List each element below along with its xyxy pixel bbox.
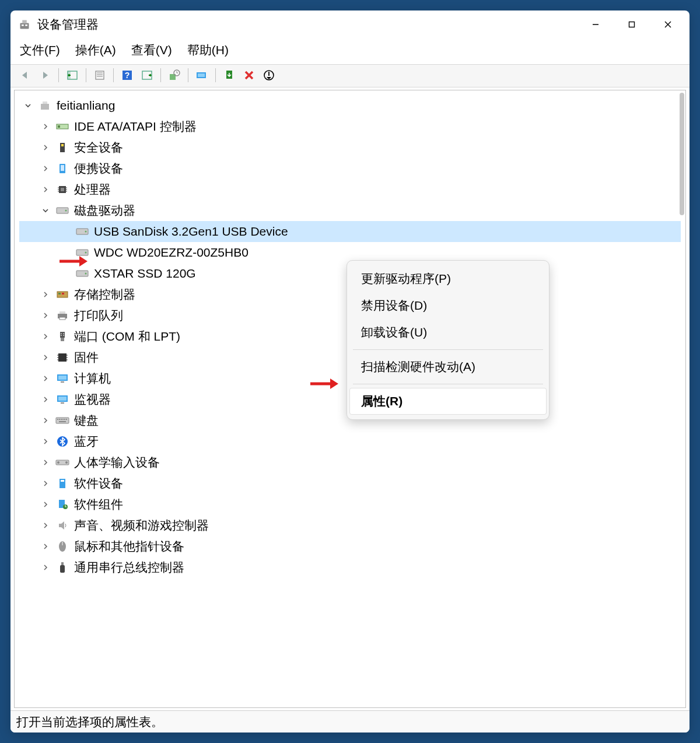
chevron-right-icon[interactable] [39, 498, 52, 511]
show-hide-console-button[interactable] [64, 67, 81, 83]
chevron-right-icon[interactable] [39, 414, 52, 427]
help-toolbar-button[interactable]: ? [118, 67, 136, 83]
tree-category-softcomp[interactable]: 软件组件 [19, 494, 681, 515]
context-menu-separator [353, 349, 543, 350]
tree-label: 打印队列 [74, 308, 123, 323]
device-manager-window: 设备管理器 文件(F) 操作(A) 查看(V) 帮助(H) [10, 10, 690, 733]
install-toolbar-button[interactable] [220, 67, 238, 83]
uninstall-toolbar-button[interactable] [240, 67, 258, 83]
security-icon [55, 141, 69, 154]
chevron-down-icon[interactable] [22, 99, 34, 112]
tree-category-mouse[interactable]: 鼠标和其他指针设备 [19, 536, 681, 557]
properties-toolbar-button[interactable] [91, 67, 108, 83]
enable-device-toolbar-button[interactable] [193, 67, 211, 83]
chevron-right-icon[interactable] [39, 540, 52, 553]
tree-label: 软件设备 [74, 476, 123, 490]
svg-point-56 [63, 333, 64, 334]
tree-label: 蓝牙 [74, 434, 99, 448]
keyboard-icon [55, 414, 69, 427]
software-device-icon [55, 477, 69, 490]
chevron-right-icon[interactable] [39, 477, 52, 490]
menu-action[interactable]: 操作(A) [75, 42, 116, 58]
scrollbar[interactable] [678, 93, 684, 705]
chevron-right-icon[interactable] [39, 309, 52, 322]
tree-category-portable[interactable]: 便携设备 [19, 158, 681, 179]
svg-rect-79 [59, 421, 66, 422]
tree-label: USB SanDisk 3.2Gen1 USB Device [94, 224, 288, 239]
tree-category-bluetooth[interactable]: 蓝牙 [19, 431, 681, 452]
svg-rect-32 [61, 188, 64, 191]
chevron-down-icon[interactable] [39, 204, 52, 217]
firmware-icon [55, 351, 69, 364]
back-button[interactable] [16, 67, 34, 83]
menu-file[interactable]: 文件(F) [20, 42, 60, 58]
tree-root[interactable]: feitianliang [19, 95, 681, 116]
chevron-right-icon[interactable] [39, 162, 52, 175]
scrollbar-thumb[interactable] [680, 93, 684, 215]
svg-rect-75 [61, 419, 62, 420]
tree-category-hid[interactable]: 人体学输入设备 [19, 452, 681, 473]
tree-label: 便携设备 [74, 161, 123, 176]
statusbar: 打开当前选择项的属性表。 [10, 710, 690, 733]
tree-category-sound[interactable]: 声音、视频和游戏控制器 [19, 515, 681, 536]
disable-toolbar-button[interactable] [260, 67, 278, 83]
tree-category-security[interactable]: 安全设备 [19, 137, 681, 158]
tree-item-usb-sandisk[interactable]: USB SanDisk 3.2Gen1 USB Device [19, 221, 681, 242]
tree-category-cpu[interactable]: 处理器 [19, 179, 681, 200]
monitor-icon [55, 372, 69, 385]
chevron-right-icon[interactable] [39, 561, 52, 574]
update-driver-toolbar-button[interactable] [166, 67, 183, 83]
app-icon [19, 19, 30, 30]
context-menu-update-driver[interactable]: 更新驱动程序(P) [347, 265, 549, 292]
svg-point-83 [65, 461, 68, 464]
disk-icon [75, 267, 89, 280]
scan-toolbar-icon[interactable] [138, 67, 156, 83]
menu-help[interactable]: 帮助(H) [187, 42, 229, 58]
context-menu-uninstall[interactable]: 卸载设备(U) [347, 319, 549, 346]
chevron-right-icon[interactable] [39, 141, 52, 154]
chevron-right-icon[interactable] [39, 120, 52, 133]
svg-point-58 [63, 335, 64, 336]
svg-point-82 [57, 461, 60, 464]
tree-category-ide[interactable]: IDE ATA/ATAPI 控制器 [19, 116, 681, 137]
svg-rect-73 [57, 419, 58, 420]
tree-category-softdev[interactable]: 软件设备 [19, 473, 681, 494]
svg-rect-71 [61, 402, 64, 404]
svg-rect-23 [41, 104, 49, 110]
menu-view[interactable]: 查看(V) [131, 42, 172, 58]
context-menu-properties[interactable]: 属性(R) [349, 388, 547, 415]
software-component-icon [55, 498, 69, 511]
chevron-right-icon[interactable] [39, 456, 52, 469]
chevron-right-icon[interactable] [39, 519, 52, 532]
tree-label: 键盘 [74, 413, 99, 427]
titlebar: 设备管理器 [10, 10, 690, 38]
tree-label: feitianliang [57, 98, 115, 113]
chevron-right-icon[interactable] [39, 288, 52, 301]
printer-icon [55, 309, 69, 322]
svg-rect-77 [64, 419, 65, 420]
context-menu-disable[interactable]: 禁用设备(D) [347, 292, 549, 319]
tree-label: 磁盘驱动器 [74, 203, 135, 218]
svg-rect-30 [61, 165, 64, 171]
tree-category-usb[interactable]: 通用串行总线控制器 [19, 557, 681, 578]
chevron-right-icon[interactable] [39, 435, 52, 448]
chevron-right-icon[interactable] [39, 183, 52, 196]
ide-icon [55, 120, 69, 133]
tree-label: 安全设备 [74, 140, 123, 155]
menubar: 文件(F) 操作(A) 查看(V) 帮助(H) [10, 38, 690, 64]
svg-rect-2 [22, 24, 24, 26]
tree-category-disk[interactable]: 磁盘驱动器 [19, 200, 681, 221]
chevron-right-icon[interactable] [39, 330, 52, 343]
svg-rect-70 [58, 397, 66, 401]
minimize-button[interactable] [578, 12, 614, 37]
context-menu-scan[interactable]: 扫描检测硬件改动(A) [347, 353, 549, 380]
svg-rect-68 [61, 381, 64, 383]
tree-label: 存储控制器 [74, 287, 135, 302]
maximize-button[interactable] [614, 12, 650, 37]
forward-button[interactable] [36, 67, 54, 83]
chevron-right-icon[interactable] [39, 393, 52, 406]
chevron-right-icon[interactable] [39, 372, 52, 385]
chevron-right-icon[interactable] [39, 351, 52, 364]
tree-label: 监视器 [74, 392, 111, 406]
close-button[interactable] [650, 12, 686, 37]
